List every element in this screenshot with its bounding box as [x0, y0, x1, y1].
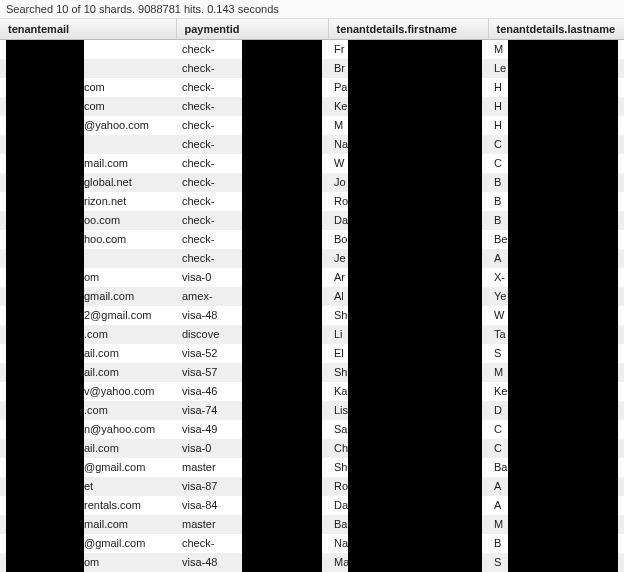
table-cell: master — [176, 458, 328, 477]
table-row[interactable]: .comvisa-74LisD — [0, 401, 624, 420]
table-row[interactable]: @gmail.comcheck-NaB — [0, 534, 624, 553]
table-cell: A — [488, 477, 624, 496]
cell-visible-text: ail.com — [84, 442, 119, 454]
cell-visible-text: visa-0 — [182, 442, 211, 454]
table-cell: visa-52 — [176, 344, 328, 363]
table-row[interactable]: rizon.netcheck-RoB — [0, 192, 624, 211]
cell-visible-text: visa-46 — [182, 385, 217, 397]
table-cell: master — [176, 515, 328, 534]
table-row[interactable]: 2@gmail.comvisa-48ShW — [0, 306, 624, 325]
cell-visible-text: check- — [182, 100, 214, 112]
table-cell: Ar — [328, 268, 488, 287]
cell-visible-text: master — [182, 518, 216, 530]
table-row[interactable]: oo.comcheck-DaB — [0, 211, 624, 230]
cell-visible-text: visa-74 — [182, 404, 217, 416]
cell-visible-text: M — [494, 518, 503, 530]
redaction-block — [508, 496, 618, 515]
table-row[interactable]: @gmail.commasterShBa — [0, 458, 624, 477]
table-cell: Ye — [488, 287, 624, 306]
table-cell: Sa — [328, 420, 488, 439]
table-cell: rentals.com — [0, 496, 176, 515]
cell-visible-text: Sh — [334, 309, 347, 321]
table-row[interactable]: ail.comvisa-52ElS — [0, 344, 624, 363]
table-cell: ail.com — [0, 439, 176, 458]
column-header-lastname[interactable]: tenantdetails.lastname — [488, 19, 624, 40]
table-cell: n@yahoo.com — [0, 420, 176, 439]
table-row[interactable]: mail.comcheck-WC — [0, 154, 624, 173]
table-cell: Be — [488, 230, 624, 249]
table-cell: oo.com — [0, 211, 176, 230]
table-cell: W — [328, 154, 488, 173]
table-row[interactable]: comcheck-PaH — [0, 78, 624, 97]
table-row[interactable]: omvisa-0ArX- — [0, 268, 624, 287]
cell-visible-text: visa-52 — [182, 347, 217, 359]
table-row[interactable]: etvisa-87RoA — [0, 477, 624, 496]
table-row[interactable]: mail.commasterBaM — [0, 515, 624, 534]
table-row[interactable]: ail.comvisa-57ShM — [0, 363, 624, 382]
redaction-block — [242, 553, 322, 572]
table-cell: check- — [176, 116, 328, 135]
cell-visible-text: check- — [182, 62, 214, 74]
cell-visible-text: hoo.com — [84, 233, 126, 245]
cell-visible-text: A — [494, 252, 501, 264]
redaction-block — [508, 287, 618, 306]
cell-visible-text: visa-0 — [182, 271, 211, 283]
table-row[interactable]: n@yahoo.comvisa-49SaC — [0, 420, 624, 439]
cell-visible-text: et — [84, 480, 93, 492]
cell-visible-text: Ro — [334, 195, 348, 207]
redaction-block — [6, 477, 84, 496]
table-row[interactable]: check-BrLe — [0, 59, 624, 78]
redaction-block — [6, 192, 84, 211]
table-cell: .com — [0, 325, 176, 344]
table-row[interactable]: hoo.comcheck-BoBe — [0, 230, 624, 249]
redaction-block — [348, 116, 482, 135]
table-cell: M — [488, 40, 624, 59]
table-row[interactable]: global.netcheck-JoB — [0, 173, 624, 192]
table-cell: M — [488, 363, 624, 382]
redaction-block — [6, 496, 84, 515]
table-row[interactable]: @yahoo.comcheck-MH — [0, 116, 624, 135]
cell-visible-text: M — [494, 43, 503, 55]
cell-visible-text: check- — [182, 537, 214, 549]
table-cell: Ba — [488, 458, 624, 477]
column-header-email[interactable]: tenantemail — [0, 19, 176, 40]
table-row[interactable]: rentals.comvisa-84DaA — [0, 496, 624, 515]
table-row[interactable]: .comdiscoveLiTa — [0, 325, 624, 344]
redaction-block — [508, 477, 618, 496]
cell-visible-text: Ke — [494, 385, 507, 397]
redaction-block — [242, 116, 322, 135]
table-row[interactable]: gmail.comamex-AlYe — [0, 287, 624, 306]
table-row[interactable]: comcheck-KeH — [0, 97, 624, 116]
table-row[interactable]: check-JeA — [0, 249, 624, 268]
cell-visible-text: Bo — [334, 233, 347, 245]
column-header-firstname[interactable]: tenantdetails.firstname — [328, 19, 488, 40]
cell-visible-text: check- — [182, 233, 214, 245]
table-cell: Ba — [328, 515, 488, 534]
column-header-paymentid[interactable]: paymentid — [176, 19, 328, 40]
redaction-block — [242, 325, 322, 344]
table-row[interactable]: omvisa-48MaS — [0, 553, 624, 572]
redaction-block — [242, 230, 322, 249]
table-row[interactable]: check-FrM — [0, 40, 624, 59]
table-cell: Ma — [328, 553, 488, 572]
table-row[interactable]: v@yahoo.comvisa-46KaKe — [0, 382, 624, 401]
status-bar: Searched 10 of 10 shards. 9088781 hits. … — [0, 0, 624, 19]
cell-visible-text: visa-57 — [182, 366, 217, 378]
cell-visible-text: global.net — [84, 176, 132, 188]
cell-visible-text: W — [334, 157, 344, 169]
cell-visible-text: om — [84, 271, 99, 283]
redaction-block — [6, 268, 84, 287]
table-cell: B — [488, 173, 624, 192]
redaction-block — [6, 363, 84, 382]
redaction-block — [6, 154, 84, 173]
table-cell: Br — [328, 59, 488, 78]
table-row[interactable]: ail.comvisa-0ChC — [0, 439, 624, 458]
redaction-block — [242, 458, 322, 477]
table-cell: D — [488, 401, 624, 420]
table-cell: Ka — [328, 382, 488, 401]
cell-visible-text: S — [494, 556, 501, 568]
table-row[interactable]: check-NaC — [0, 135, 624, 154]
redaction-block — [6, 211, 84, 230]
cell-visible-text: C — [494, 442, 502, 454]
cell-visible-text: visa-48 — [182, 556, 217, 568]
